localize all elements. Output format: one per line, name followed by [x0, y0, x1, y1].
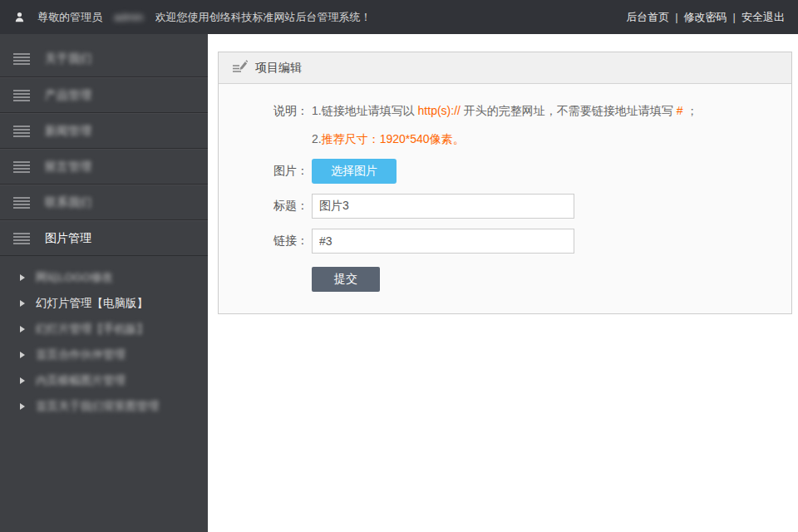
- note1-suffix: ；: [683, 104, 698, 117]
- sidebar-item-label: 产品管理: [45, 88, 91, 103]
- submit-row: 提交: [219, 264, 791, 292]
- topbar-links: 后台首页 | 修改密码 | 安全退出: [626, 10, 785, 25]
- note2-number: 2.: [312, 132, 322, 145]
- sidebar-item-messages[interactable]: 留言管理: [0, 149, 208, 185]
- link-separator: |: [733, 11, 736, 23]
- sidebar-item-products[interactable]: 产品管理: [0, 77, 208, 113]
- title-input[interactable]: [312, 194, 574, 219]
- link-backend-home[interactable]: 后台首页: [626, 10, 669, 25]
- menu-lines-icon: [13, 126, 30, 137]
- menu-lines-icon: [13, 161, 30, 173]
- note-line-1: 1.链接地址请填写以 http(s):// 开头的完整网址，不需要链接地址请填写…: [312, 104, 697, 119]
- note1-url-hint: http(s)://: [418, 104, 461, 117]
- sidebar-item-label: 图片管理: [45, 231, 91, 246]
- submit-button[interactable]: 提交: [312, 267, 380, 292]
- submenu-item-banners[interactable]: 内页横幅图片管理: [0, 367, 208, 393]
- sidebar-item-images[interactable]: 图片管理: [0, 220, 208, 256]
- sidebar-item-contact[interactable]: 联系我们: [0, 185, 208, 220]
- submenu-item-logo[interactable]: 网站LOGO修改: [0, 264, 208, 290]
- image-field-row: 图片： 选择图片: [219, 159, 791, 184]
- project-edit-panel: 项目编辑 说明： 1.链接地址请填写以 http(s):// 开头的完整网址，不…: [218, 52, 792, 314]
- menu-lines-icon: [13, 90, 30, 101]
- image-label: 图片：: [219, 164, 312, 179]
- triangle-right-icon: [20, 403, 25, 410]
- note-row-2: 2.推荐尺寸：1920*540像素。: [219, 132, 791, 147]
- note-label: 说明：: [219, 104, 312, 119]
- person-icon: [13, 11, 26, 23]
- sidebar-item-label: 联系我们: [45, 195, 91, 210]
- sidebar-item-label: 关于我们: [45, 52, 91, 66]
- sidebar-item-label: 新闻管理: [45, 124, 91, 139]
- triangle-right-icon: [20, 300, 25, 307]
- link-logout[interactable]: 安全退出: [741, 10, 785, 25]
- submenu-item-label: 首页合作伙伴管理: [36, 347, 126, 362]
- note1-prefix: 1.链接地址请填写以: [312, 104, 418, 117]
- sidebar-item-label: 留言管理: [45, 160, 91, 175]
- triangle-right-icon: [20, 326, 25, 332]
- admin-username-blurred: admin: [114, 11, 143, 23]
- title-label: 标题：: [219, 199, 312, 214]
- submenu-item-label: 首页关于我们背景图管理: [36, 399, 160, 414]
- submenu-item-about-bg[interactable]: 首页关于我们背景图管理: [0, 393, 208, 419]
- sidebar-item-about[interactable]: 关于我们: [0, 42, 208, 77]
- note2-size-hint: 推荐尺寸：1920*540像素。: [322, 132, 465, 145]
- sidebar-item-news[interactable]: 新闻管理: [0, 113, 208, 149]
- triangle-right-icon: [20, 377, 25, 384]
- edit-pencil-icon: [232, 59, 248, 76]
- sidebar: 关于我们 产品管理 新闻管理 留言管理 联系我们 图片管理 网站LOGO修改: [0, 34, 208, 532]
- submenu-item-label: 网站LOGO修改: [36, 270, 113, 285]
- triangle-right-icon: [20, 274, 25, 281]
- submenu-item-label: 幻灯片管理【手机版】: [36, 322, 148, 337]
- greeting-suffix: 欢迎您使用创络科技标准网站后台管理系统！: [155, 10, 371, 25]
- menu-lines-icon: [13, 233, 30, 244]
- link-change-password[interactable]: 修改密码: [684, 10, 727, 25]
- topbar-greeting: 尊敬的管理员admin欢迎您使用创络科技标准网站后台管理系统！: [37, 10, 371, 25]
- panel-header: 项目编辑: [219, 52, 791, 84]
- submenu-item-partners[interactable]: 首页合作伙伴管理: [0, 342, 208, 367]
- menu-lines-icon: [13, 197, 30, 209]
- topbar: 尊敬的管理员admin欢迎您使用创络科技标准网站后台管理系统！ 后台首页 | 修…: [0, 0, 798, 34]
- note1-hash-hint: #: [677, 104, 683, 117]
- triangle-right-icon: [20, 352, 25, 358]
- link-separator: |: [675, 11, 677, 23]
- note-line-2: 2.推荐尺寸：1920*540像素。: [312, 132, 465, 147]
- link-input[interactable]: [312, 229, 574, 254]
- submenu-item-slides-mobile[interactable]: 幻灯片管理【手机版】: [0, 316, 208, 342]
- link-field-row: 链接：: [219, 229, 791, 254]
- main-content: 项目编辑 说明： 1.链接地址请填写以 http(s):// 开头的完整网址，不…: [208, 34, 798, 532]
- submenu-item-label: 内页横幅图片管理: [36, 373, 126, 388]
- panel-title: 项目编辑: [255, 61, 302, 76]
- link-label: 链接：: [219, 234, 312, 249]
- sidebar-submenu-images: 网站LOGO修改 幻灯片管理【电脑版】 幻灯片管理【手机版】 首页合作伙伴管理 …: [0, 256, 208, 419]
- choose-image-button[interactable]: 选择图片: [312, 159, 397, 184]
- sidebar-menu: 关于我们 产品管理 新闻管理 留言管理 联系我们 图片管理 网站LOGO修改: [0, 34, 208, 419]
- menu-lines-icon: [13, 53, 30, 65]
- note1-middle: 开头的完整网址，不需要链接地址请填写: [461, 104, 677, 117]
- submenu-item-slides-pc[interactable]: 幻灯片管理【电脑版】: [0, 290, 208, 316]
- greeting-prefix: 尊敬的管理员: [37, 10, 102, 25]
- note-row-1: 说明： 1.链接地址请填写以 http(s):// 开头的完整网址，不需要链接地…: [219, 104, 791, 119]
- title-field-row: 标题：: [219, 194, 791, 219]
- panel-body: 说明： 1.链接地址请填写以 http(s):// 开头的完整网址，不需要链接地…: [219, 84, 791, 313]
- submenu-item-label: 幻灯片管理【电脑版】: [36, 296, 148, 311]
